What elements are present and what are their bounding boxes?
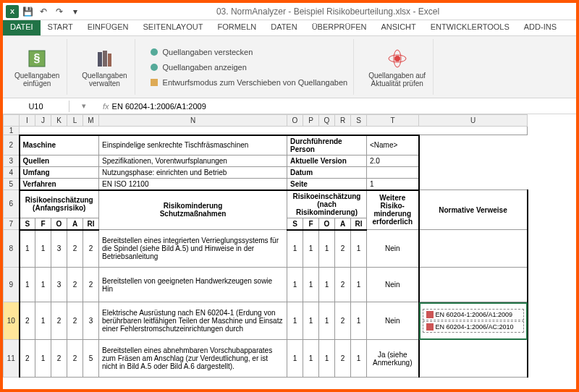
cell-method-label[interactable]: Verfahren bbox=[20, 178, 99, 190]
tab-daten[interactable]: DATEN bbox=[263, 20, 304, 35]
formula-input[interactable] bbox=[112, 102, 572, 111]
ribbon-tabs: DATEI START EINFÜGEN SEITENLAYOUT FORMEL… bbox=[3, 20, 576, 36]
cell-further[interactable]: Nein bbox=[367, 268, 419, 302]
redo-button[interactable]: ↷ bbox=[52, 4, 67, 19]
col-M[interactable]: M bbox=[83, 115, 99, 127]
row-8[interactable]: 8 bbox=[4, 230, 20, 268]
reference-item[interactable]: EN 60204-1:2006/AC:2010 bbox=[423, 321, 524, 333]
row-5[interactable]: 5 bbox=[4, 178, 20, 190]
cell-scope-val[interactable]: Nutzungsphase: einrichten und Betrieb bbox=[99, 166, 287, 178]
hdr-RI2[interactable]: RI bbox=[351, 218, 367, 230]
cell-refs-selected[interactable]: EN 60204-1:2006/A1:2009 EN 60204-1:2006/… bbox=[419, 302, 528, 340]
hdr-risk-after[interactable]: Risikoeinschätzung (nach Risikominderung… bbox=[287, 190, 367, 218]
tab-formeln[interactable]: FORMELN bbox=[210, 20, 263, 35]
ribbon: § Quellangaben einfügen Quellangaben ver… bbox=[3, 36, 576, 98]
cell-refs[interactable] bbox=[419, 268, 528, 302]
cell-scope-label[interactable]: Umfang bbox=[20, 166, 99, 178]
col-Q[interactable]: Q bbox=[319, 115, 335, 127]
col-O[interactable]: O bbox=[287, 115, 303, 127]
tab-einfuegen[interactable]: EINFÜGEN bbox=[80, 20, 136, 35]
row-2[interactable]: 2 bbox=[4, 135, 20, 155]
sources-show-button[interactable]: Quellangaben anzeigen bbox=[147, 61, 248, 74]
col-R[interactable]: R bbox=[335, 115, 351, 127]
save-button[interactable]: 💾 bbox=[20, 4, 35, 19]
cell-date-val[interactable] bbox=[367, 166, 419, 178]
row-7[interactable]: 7 bbox=[4, 218, 20, 230]
sources-insert-button[interactable]: § Quellangaben einfügen bbox=[12, 46, 62, 89]
cell-further[interactable]: Nein bbox=[367, 302, 419, 340]
row-9[interactable]: 9 bbox=[4, 268, 20, 302]
cell-page-val[interactable]: 1 bbox=[367, 178, 419, 190]
hdr-mitigation[interactable]: Risikominderung Schutzmaßnahmen bbox=[99, 190, 287, 230]
tab-entwicklertools[interactable]: ENTWICKLERTOOLS bbox=[423, 20, 517, 35]
hdr-further[interactable]: Weitere Risiko- minderung erforderlich bbox=[367, 190, 419, 230]
cell-person-val[interactable]: <Name> bbox=[367, 135, 419, 155]
col-L[interactable]: L bbox=[67, 115, 83, 127]
worksheet[interactable]: I J K L M N O P Q R S T U 1 2 Maschine E… bbox=[3, 114, 576, 389]
hdr-O2[interactable]: O bbox=[319, 218, 335, 230]
hdr-A1[interactable]: A bbox=[67, 218, 83, 230]
row-11[interactable]: 11 bbox=[4, 340, 20, 378]
cell-person-label[interactable]: Durchführende Person bbox=[287, 135, 367, 155]
reference-item[interactable]: EN 60204-1:2006/A1:2009 bbox=[423, 309, 524, 320]
cell-further[interactable]: Nein bbox=[367, 230, 419, 268]
tab-ueberpruefen[interactable]: ÜBERPRÜFEN bbox=[305, 20, 374, 35]
hdr-refs[interactable]: Normative Verweise bbox=[419, 190, 528, 230]
row-4[interactable]: 4 bbox=[4, 166, 20, 178]
hdr-S1[interactable]: S bbox=[20, 218, 35, 230]
col-P[interactable]: P bbox=[303, 115, 319, 127]
cell-sources-label[interactable]: Quellen bbox=[20, 155, 99, 166]
cell-machine-val[interactable]: Einspindelige senkrechte Tischfräsmaschi… bbox=[99, 135, 287, 155]
cell-mitigation[interactable]: Elektrische Ausrüstung nach EN 60204-1 (… bbox=[99, 302, 287, 340]
cell-date-label[interactable]: Datum bbox=[287, 166, 367, 178]
cell-machine-label[interactable]: Maschine bbox=[20, 135, 99, 155]
sources-hide-label: Quellangaben verstecken bbox=[163, 48, 253, 56]
hdr-S2[interactable]: S bbox=[287, 218, 303, 230]
qat-dropdown[interactable]: ▾ bbox=[68, 4, 83, 19]
col-I[interactable]: I bbox=[20, 115, 35, 127]
hdr-F2[interactable]: F bbox=[303, 218, 319, 230]
row-6[interactable]: 6 bbox=[4, 190, 20, 218]
tab-start[interactable]: START bbox=[41, 20, 80, 35]
cell-mitigation[interactable]: Bereitstellen eines integrierten Verrieg… bbox=[99, 230, 287, 268]
cell-version-label[interactable]: Aktuelle Version bbox=[287, 155, 367, 166]
sources-hide-button[interactable]: Quellangaben verstecken bbox=[147, 46, 255, 59]
cell-refs[interactable] bbox=[419, 230, 528, 268]
ribbon-group-check: Quellangaben auf Aktualität prüfen bbox=[361, 39, 434, 95]
tab-ansicht[interactable]: ANSICHT bbox=[373, 20, 423, 35]
row-1[interactable]: 1 bbox=[4, 127, 20, 135]
cell-page-label[interactable]: Seite bbox=[287, 178, 367, 190]
tab-seitenlayout[interactable]: SEITENLAYOUT bbox=[135, 20, 210, 35]
sources-manage-button[interactable]: Quellangaben verwalten bbox=[79, 46, 130, 89]
hdr-risk-before[interactable]: Risikoeinschätzung (Anfangsrisiko) bbox=[20, 190, 99, 218]
hdr-O1[interactable]: O bbox=[51, 218, 67, 230]
tab-datei[interactable]: DATEI bbox=[3, 20, 41, 35]
cell-method-val[interactable]: EN ISO 12100 bbox=[99, 178, 287, 190]
name-box[interactable]: U10 bbox=[3, 101, 69, 112]
undo-button[interactable]: ↶ bbox=[36, 4, 51, 19]
row-10[interactable]: 10 bbox=[4, 302, 20, 340]
table-row: 2 Maschine Einspindelige senkrechte Tisc… bbox=[4, 135, 528, 155]
fx-icon[interactable]: fx bbox=[103, 102, 109, 111]
hdr-A2[interactable]: A bbox=[335, 218, 351, 230]
cell-mitigation[interactable]: Bereitstellen von geeigneten Handwerkzeu… bbox=[99, 268, 287, 302]
svg-rect-7 bbox=[151, 79, 158, 86]
tab-addins[interactable]: ADD-INS bbox=[517, 20, 564, 35]
draft-mode-button[interactable]: Entwurfsmodus zum Verschieben von Quella… bbox=[147, 76, 350, 89]
col-J[interactable]: J bbox=[35, 115, 51, 127]
col-N[interactable]: N bbox=[99, 115, 287, 127]
row-3[interactable]: 3 bbox=[4, 155, 20, 166]
formula-bar: U10 ▾ fx bbox=[3, 98, 576, 114]
cell-version-val[interactable]: 2.0 bbox=[367, 155, 419, 166]
col-S[interactable]: S bbox=[351, 115, 367, 127]
hdr-RI1[interactable]: RI bbox=[83, 218, 99, 230]
col-T[interactable]: T bbox=[367, 115, 419, 127]
col-K[interactable]: K bbox=[51, 115, 67, 127]
col-U[interactable]: U bbox=[419, 115, 528, 127]
sources-check-button[interactable]: Quellangaben auf Aktualität prüfen bbox=[365, 46, 428, 89]
cell-mitigation[interactable]: Bereitstellen eines abnehmbaren Vorschub… bbox=[99, 340, 287, 378]
cell-further[interactable]: Ja (siehe Anmerkung) bbox=[367, 340, 419, 378]
cell-refs[interactable] bbox=[419, 340, 528, 378]
hdr-F1[interactable]: F bbox=[35, 218, 51, 230]
cell-sources-val[interactable]: Spezifikationen, Vorentwurfsplanungen bbox=[99, 155, 287, 166]
